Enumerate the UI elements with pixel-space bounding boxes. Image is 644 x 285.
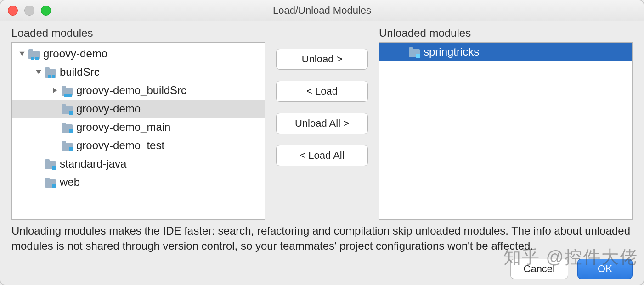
ok-button[interactable]: OK — [577, 259, 633, 279]
loaded-modules-label: Loaded modules — [11, 27, 265, 39]
loaded-modules-panel: Loaded modules groovy-demo buildSrc groo… — [11, 27, 265, 220]
svg-marker-0 — [19, 52, 24, 56]
load-button[interactable]: < Load — [276, 81, 368, 102]
unload-button[interactable]: Unload > — [276, 49, 368, 70]
tree-item-label: groovy-demo — [43, 47, 107, 60]
tree-item[interactable]: springtricks — [379, 43, 632, 61]
window-title: Load/Unload Modules — [0, 5, 644, 17]
module-icon — [62, 103, 73, 114]
tree-item[interactable]: standard-java — [12, 155, 265, 173]
chevron-right-icon[interactable] — [51, 87, 59, 94]
tree-item[interactable]: groovy-demo_buildSrc — [12, 81, 265, 100]
cancel-button[interactable]: Cancel — [510, 259, 568, 279]
tree-item-label: standard-java — [60, 157, 126, 170]
tree-item-label: groovy-demo_test — [76, 139, 164, 152]
module-icon — [45, 177, 56, 188]
module-icon — [62, 140, 73, 151]
window-minimize-button[interactable] — [24, 6, 34, 16]
window-close-button[interactable] — [8, 6, 18, 16]
module-icon — [45, 158, 56, 169]
module-icon — [45, 67, 56, 78]
transfer-buttons: Unload > < Load Unload All > < Load All — [276, 27, 368, 220]
unload-all-button[interactable]: Unload All > — [276, 113, 368, 134]
tree-item-label: buildSrc — [60, 66, 100, 78]
tree-item-label: groovy-demo_main — [76, 121, 170, 134]
window-zoom-button[interactable] — [41, 6, 51, 16]
chevron-down-icon[interactable] — [35, 68, 42, 76]
tree-item-label: groovy-demo_buildSrc — [76, 84, 186, 97]
tree-item[interactable]: buildSrc — [12, 63, 265, 81]
loaded-modules-tree[interactable]: groovy-demo buildSrc groovy-demo_buildSr… — [11, 42, 265, 220]
titlebar: Load/Unload Modules — [0, 0, 644, 21]
chevron-down-icon[interactable] — [18, 50, 26, 57]
tree-item-label: springtricks — [424, 45, 479, 58]
description-text: Unloading modules makes the IDE faster: … — [11, 224, 633, 253]
tree-item[interactable]: groovy-demo_main — [12, 118, 265, 136]
svg-marker-2 — [53, 88, 57, 93]
tree-item[interactable]: groovy-demo_test — [12, 136, 265, 155]
module-icon — [62, 85, 73, 96]
tree-item[interactable]: web — [12, 173, 265, 191]
tree-item-label: groovy-demo — [76, 102, 141, 115]
unloaded-modules-label: Unloaded modules — [379, 27, 633, 39]
tree-item[interactable]: groovy-demo — [12, 45, 265, 63]
module-icon — [28, 48, 40, 59]
unloaded-modules-panel: Unloaded modules springtricks — [379, 27, 633, 220]
module-icon — [62, 122, 73, 133]
module-icon — [409, 46, 420, 57]
tree-item-label: web — [60, 176, 80, 189]
dialog-buttons: Cancel OK — [11, 253, 633, 279]
load-all-button[interactable]: < Load All — [276, 145, 368, 166]
tree-item[interactable]: groovy-demo — [12, 100, 265, 118]
svg-marker-1 — [36, 70, 41, 74]
unloaded-modules-tree[interactable]: springtricks — [379, 42, 633, 220]
